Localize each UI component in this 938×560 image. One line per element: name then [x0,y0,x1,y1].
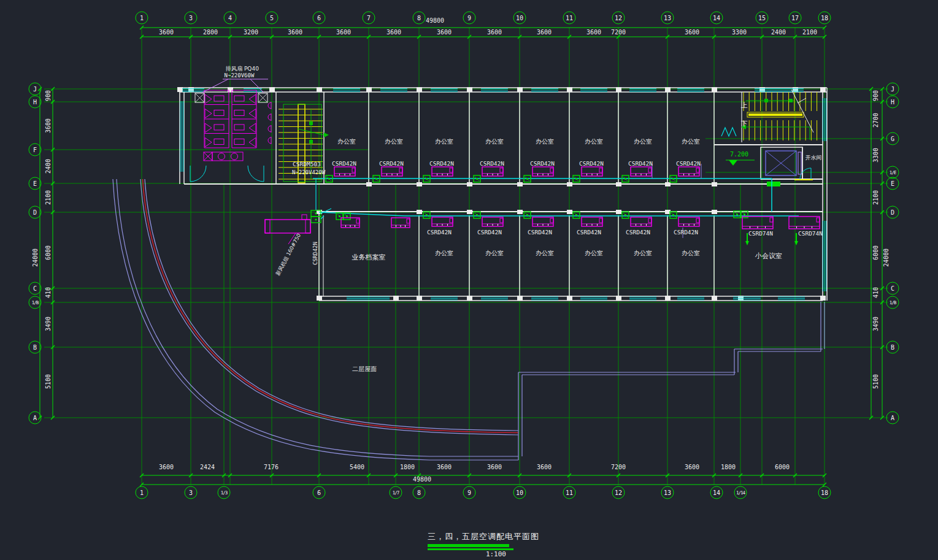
grid-bubble-bottom-13: 13 [661,486,674,499]
dim-top: 3600 [437,29,452,36]
dim-bottom: 3600 [685,464,699,470]
grid-bubble-left-A: A [29,412,42,424]
grid-bubble-bottom-1/14: 1/14 [734,486,747,499]
room-label-office-bottom-2: 办公室 [536,250,554,256]
grid-bubble-bottom-1/3: 1/3 [218,486,231,499]
dim-left: 3490 [45,316,52,331]
stair-down-label: 下 [741,120,748,127]
drawing-title: 三，四，五层空调配电平面图 [428,531,539,542]
grid-bubble-top-12: 12 [612,12,625,25]
dim-left-total: 24000 [33,248,39,267]
room-label-hot-water: 开水间 [805,155,822,161]
grid-bubble-top-5: 5 [266,12,279,25]
ac-unit-label-bottom-5: CSRD42N [674,229,698,236]
room-label-office-bottom-4: 办公室 [634,250,652,256]
title-underline-thick [428,544,509,547]
grid-bubble-right-J: J [886,83,899,96]
ac-unit-label-bottom-2: CSRD42N [528,229,552,236]
dim-bottom: 2424 [200,464,215,470]
grid-bubble-right-G: G [886,132,899,145]
grid-bubble-left-E: E [29,177,42,190]
grid-bubble-top-8: 8 [413,12,426,25]
dim-bottom-total: 49800 [413,477,431,483]
ac-unit-label-meeting-1: CSRD74N [798,231,823,237]
stair-up-label: 上 [741,102,748,109]
cabinet-unit-note-line1: CSRDM503 [293,161,321,167]
room-label-office-top-0: 办公室 [337,139,356,145]
grid-bubble-bottom-18: 18 [818,486,831,499]
dim-left: 3600 [45,118,52,133]
dim-bottom: 1800 [721,464,736,470]
grid-bubble-bottom-3: 3 [185,486,198,499]
dim-top: 2100 [802,29,817,36]
ac-unit-label-top-0: CSRD42N [332,161,356,167]
grid-bubble-left-B: B [29,341,42,354]
dim-right-total: 24000 [883,248,890,267]
grid-bubble-left-F: F [29,144,42,156]
room-label-office-bottom-3: 办公室 [585,250,603,256]
dim-right: 3300 [873,148,879,163]
dim-top: 7200 [611,29,626,36]
dim-bottom: 3600 [159,464,174,470]
grid-bubble-left-1/B: 1/B [29,296,42,309]
dim-left: 6000 [45,245,52,260]
ac-unit-label-top-1: CSRD42N [379,161,404,167]
grid-bubble-top-18: 18 [818,12,831,25]
room-label-office-bottom-1: 办公室 [485,250,504,256]
dim-bottom: 3600 [537,464,552,470]
grid-bubble-bottom-6: 6 [313,486,326,499]
dim-left: 5100 [45,374,52,389]
drawing-scale: 1:100 [428,550,506,558]
dim-top: 2400 [771,29,786,36]
grid-bubble-left-H: H [29,96,42,109]
dim-top: 3600 [487,29,502,36]
grid-bubble-top-4: 4 [224,12,237,25]
room-label-office-bottom-0: 办公室 [435,250,453,256]
grid-bubble-bottom-14: 14 [710,486,723,499]
grid-bubble-top-17: 17 [789,12,802,25]
dim-right: 2100 [873,190,879,205]
dim-left: 2100 [45,190,52,205]
ac-unit-label-bottom-1: CSRD42N [477,229,502,236]
dim-right: 6000 [873,245,879,260]
dim-left: 2400 [45,159,52,174]
dim-top: 3600 [586,29,601,36]
grid-bubble-right-A: A [886,412,899,424]
grid-bubble-top-10: 10 [513,12,526,25]
cabinet-unit-note-line2: N~220V420W [292,170,325,175]
room-label-office-top-7: 办公室 [682,139,700,145]
dim-right: 5100 [873,374,879,389]
exhaust-fan-note-line1: 排风扇 PQ40 [226,66,259,72]
grid-bubble-right-B: B [886,341,899,354]
room-label-office-top-5: 办公室 [585,139,603,145]
ac-unit-label-top-6: CSRD42N [628,161,653,167]
dim-bottom: 7176 [264,464,279,470]
room-label-office-top-2: 办公室 [435,139,453,145]
grid-bubble-right-1/B: 1/B [886,296,899,309]
room-label-office-top-6: 办公室 [634,139,652,145]
exhaust-fan-note-line2: N~220V60W [225,73,255,79]
grid-bubble-bottom-8: 8 [413,486,426,499]
grid-bubble-top-3: 3 [185,12,198,25]
room-label-meeting: 小会议室 [755,253,782,259]
ac-unit-label-top-5: CSRD42N [579,161,604,167]
dim-right: 410 [873,287,879,298]
level-marker-7200: 7.200 [730,152,748,158]
grid-bubble-bottom-11: 11 [563,486,576,499]
dim-bottom: 1800 [400,464,415,470]
dim-top: 3600 [685,29,699,36]
grid-bubble-bottom-9: 9 [463,486,476,499]
grid-bubble-top-6: 6 [313,12,326,25]
dim-top: 3600 [386,29,401,36]
dim-right: 900 [873,90,879,101]
grid-bubble-right-H: H [886,96,899,109]
fresh-air-unit-model: CSRD42N [313,242,318,265]
dim-top: 3600 [288,29,302,36]
room-label-office-top-1: 办公室 [385,139,403,145]
grid-bubble-right-C: C [886,282,899,295]
grid-bubble-bottom-1: 1 [136,486,148,499]
grid-bubble-top-13: 13 [661,12,674,25]
dim-top-total: 49800 [426,18,444,24]
dim-right: 2700 [873,113,879,128]
grid-bubble-top-1: 1 [136,12,148,25]
